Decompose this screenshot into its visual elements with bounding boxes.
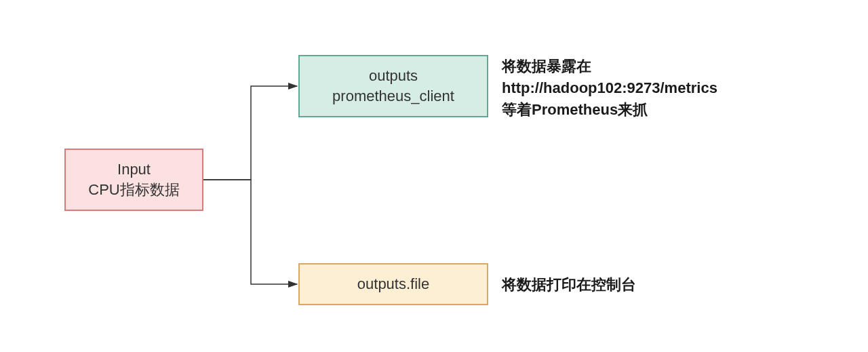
node-input-line1: Input: [117, 159, 151, 180]
annotation-file: 将数据打印在控制台: [502, 274, 746, 296]
annotation-prometheus-line1: 将数据暴露在: [502, 56, 787, 77]
annotation-prometheus: 将数据暴露在 http://hadoop102:9273/metrics 等着P…: [502, 56, 787, 121]
annotation-file-line1: 将数据打印在控制台: [502, 274, 746, 296]
annotation-prometheus-line3: 等着Prometheus来抓: [502, 99, 787, 121]
node-file-line1: outputs.file: [357, 274, 429, 294]
node-prom-line2: prometheus_client: [332, 86, 454, 106]
node-input-line2: CPU指标数据: [88, 180, 179, 200]
edge-input-to-prometheus: [203, 86, 297, 180]
annotation-prometheus-line2: http://hadoop102:9273/metrics: [502, 77, 787, 99]
edge-input-to-file: [203, 180, 297, 284]
node-input: Input CPU指标数据: [64, 149, 203, 211]
node-output-file: outputs.file: [298, 263, 488, 305]
node-output-prometheus: outputs prometheus_client: [298, 55, 488, 117]
node-prom-line1: outputs: [369, 66, 418, 86]
